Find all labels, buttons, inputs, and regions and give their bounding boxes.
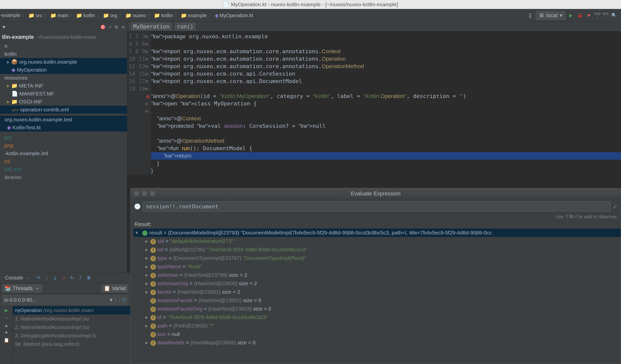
run-config-selector[interactable]: 🖥 local ▾ [535,11,565,20]
breadcrumb-item[interactable]: kotlin [154,12,173,18]
tree-node[interactable]: png [0,141,127,149]
run-config-label: local [546,12,557,19]
tree-node[interactable]: ME.md [0,165,127,173]
result-field[interactable]: ftype = {DocumentTypeImpl@23797} "Docume… [133,254,621,262]
clipboard-icon[interactable]: 📋 [4,337,9,343]
stop-icon[interactable]: ■ [585,12,592,19]
tree-node[interactable]: org.nuxeo.kotlin.example [0,58,127,66]
xml-i [11,107,20,112]
stack-frame[interactable]: 2, NativeMethodAccessorImpl (su [13,323,130,331]
field-icon: f [150,340,156,346]
tree-node[interactable]: operation-contrib.xml [0,106,127,114]
stack-frame[interactable]: 98, Method (java.lang.reflect) [13,340,130,348]
line-gutter[interactable]: 1 2 3 4 5 6 7 8 9 10 11 12 13 14 15 16 1… [127,31,145,175]
folder-i [7,99,19,104]
member-function[interactable]: run() [175,22,196,31]
tree-node[interactable]: ibraries [0,173,127,181]
window-controls[interactable] [134,191,155,196]
tree-node[interactable]: META-INF [0,82,127,90]
stack-frame[interactable]: 1, NativeMethodAccessorImpl (su [13,315,130,323]
tree-node[interactable]: KotlinTest.kt [0,124,127,132]
tree-node[interactable] [0,132,127,134]
force-step-into-icon[interactable]: ⤓ [52,275,58,281]
result-field[interactable]: fsid = "default/Administrator#273" [133,237,621,245]
result-field[interactable]: fdataModels = {HashMap@23806} size = 0 [133,338,621,347]
gutter-marks[interactable]: ⊖ ⊖ ⊖ ⊖ ⊖ ⊖ ⊖ ⊖ ⊖ ⊖ [145,31,151,175]
breadcrumb-item[interactable]: src [28,12,42,18]
evaluate-icon[interactable]: 🖩 [86,275,92,281]
scroll-from-source-icon[interactable]: 🎯 [100,24,106,30]
tree-node[interactable]: MyOperation [0,66,127,74]
result-field[interactable]: fref = {IdRef@23796} "7b4e5ec9-5f29-4d8d… [133,245,621,254]
project-toolbar: ▾ 🎯 ⤢ ⚙ ⇥ [0,22,127,32]
breadcrumb-item[interactable]: org [103,12,117,18]
expand-icon[interactable]: ⤢ [613,203,617,210]
result-field[interactable]: fid = "7b4e5ec9-5f29-4d8d-9588-0ccd3c8bc… [133,313,621,321]
step-into-icon[interactable]: ↓ [44,275,50,281]
result-field[interactable]: ftypeName = "Root" [133,262,621,271]
field-icon: f [150,323,156,329]
frames-thread-selector[interactable]: io-0.0.0.0-80...▾ ↑ ↓ ▽ [2,295,128,305]
tree-node[interactable]: ml [0,157,127,165]
debug-icon[interactable]: 🐞 [577,12,583,19]
member-class[interactable]: MyOperation [131,22,172,31]
result-field[interactable]: fpath = {Path@23805} "/" [133,321,621,330]
result-root[interactable]: ⬤ result = {DocumentModelImpl@23793} "Do… [133,228,621,237]
tree-node[interactable]: OSGI-INF [0,98,127,106]
variables-tab[interactable]: 📋 Variat [101,284,128,293]
tree-node[interactable]: n [0,42,127,50]
editorconfig-icon[interactable]: ⣿ [527,12,533,19]
run-icon[interactable]: ▶ [568,12,575,19]
up-icon[interactable]: ▲ [4,323,9,328]
code-editor[interactable]: "kw">package org.nuxeo.kotlin.example "k… [151,31,621,175]
result-field[interactable]: ffacets = {HashSet@23801} size = 2 [133,288,621,296]
result-tree[interactable]: ⬤ result = {DocumentModelImpl@23793} "Do… [131,228,621,364]
expression-input[interactable] [143,202,610,211]
tree-node[interactable]: -kotlin-example.iml [0,149,127,157]
run-to-cursor-icon[interactable]: ↻ [69,275,75,281]
gear-icon[interactable]: ⚙ [114,24,118,30]
tree-node[interactable]: MANIFEST.MF [0,90,127,98]
project-root[interactable]: tlin-example ~/nuxeo/nuxeo-kotlin-exam [0,32,127,42]
tree-node[interactable]: kotlin [0,50,127,58]
breadcrumb-item[interactable]: example [181,12,207,18]
file-icon [223,1,231,7]
pkg-i [7,59,19,65]
resume-icon[interactable]: ▶ [5,308,8,313]
stack-frame[interactable]: nyOperation (org.nuxeo.kotlin.exam [13,306,130,315]
result-field[interactable]: finstanceFacets = {HashSet@23802} size =… [133,296,621,305]
tree-node[interactable]: resources [0,74,127,82]
breadcrumb-item[interactable]: nuxeo [125,12,146,18]
step-out-icon[interactable]: ↗ [60,275,67,281]
project-view-chevron-icon[interactable]: ▾ [2,24,5,30]
breadcrumb[interactable]: -example〉src〉main〉kotlin〉org〉nuxeo〉kotli… [0,12,527,19]
history-icon[interactable]: 🕘 [134,203,141,210]
new-watch-icon[interactable]: ＋ [4,315,9,321]
result-field[interactable]: fschemas = {HashSet@23799} size = 2 [133,271,621,279]
result-field[interactable]: fpos = null [133,330,621,338]
tree-node[interactable] [0,114,127,116]
breadcrumb-item[interactable]: main [50,12,68,18]
tree-node[interactable]: org.nuxeo.kotlin.example.test [0,116,127,124]
evaluate-expression-window: Evaluate Expression 🕘 ⤢ Use ⇧⌘⏎ to add t… [130,188,621,364]
threads-selector[interactable]: 📚 Threads→ [2,284,42,293]
vcs-update-icon[interactable]: VCS↓ [594,12,601,18]
frames-list[interactable]: nyOperation (org.nuxeo.kotlin.exam1, Nat… [13,306,130,364]
hide-icon[interactable]: ⇥ [121,24,125,30]
drop-frame-icon[interactable]: ⤴ [77,275,84,281]
breadcrumb-item[interactable]: MyOperation.kt [215,12,253,18]
field-icon: f [150,239,156,244]
breadcrumb-item[interactable]: kotlin [76,12,95,18]
vcs-commit-icon[interactable]: VCS↑ [602,12,609,18]
collapse-icon[interactable]: ⤢ [108,24,112,30]
field-icon: f [150,281,156,287]
breadcrumb-item[interactable]: -example [0,12,20,18]
result-field[interactable]: fschemasOrig = {HashSet@23800} size = 2 [133,279,621,288]
search-icon[interactable]: 🔍 [611,12,618,19]
down-icon[interactable]: ▼ [4,330,9,335]
tree-node[interactable]: pre [0,134,127,141]
stack-frame[interactable]: 3, DelegatingMethodAccessorImpl (s [13,331,130,340]
console-tab[interactable]: Console [2,274,33,282]
result-field[interactable]: finstanceFacetsOrig = {HashSet@23803} si… [133,305,621,313]
step-over-icon[interactable]: ↷ [35,275,42,281]
